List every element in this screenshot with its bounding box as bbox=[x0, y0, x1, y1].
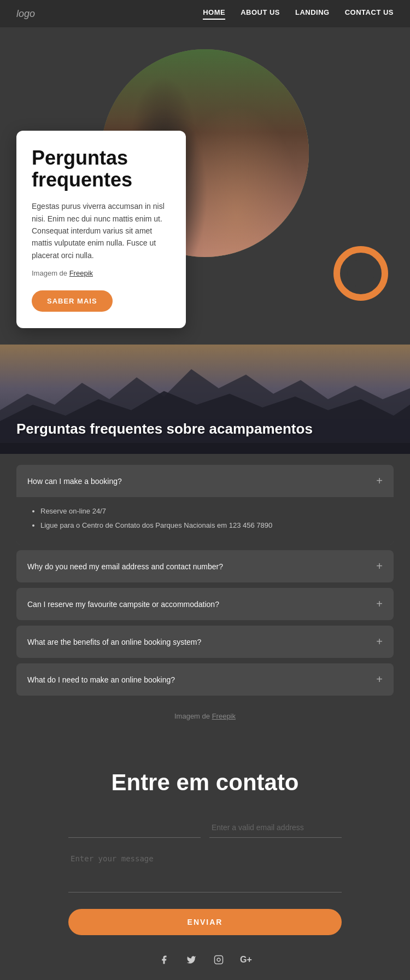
navbar: logo HOME ABOUT US LANDING CONTACT US bbox=[0, 0, 410, 27]
form-name-email-row bbox=[68, 818, 342, 838]
faq-header-4[interactable]: What are the benefits of an online booki… bbox=[16, 626, 394, 658]
mountain-section: Perguntas frequentes sobre acampamentos bbox=[0, 345, 410, 454]
email-input[interactable] bbox=[209, 818, 342, 838]
faq-question-3: Can I reserve my favourite campsite or a… bbox=[27, 600, 219, 609]
instagram-icon[interactable] bbox=[210, 952, 227, 968]
faq-question-4: What are the benefits of an online booki… bbox=[27, 638, 201, 646]
message-input[interactable] bbox=[68, 849, 342, 892]
svg-point-6 bbox=[195, 116, 237, 158]
faq-toggle-5[interactable]: + bbox=[376, 673, 383, 686]
contact-title: Entre em contato bbox=[16, 769, 394, 796]
faq-header-3[interactable]: Can I reserve my favourite campsite or a… bbox=[16, 588, 394, 620]
nav-home[interactable]: HOME bbox=[203, 8, 225, 20]
hero-description: Egestas purus viverra accumsan in nisl n… bbox=[32, 200, 171, 261]
faq-item-4: What are the benefits of an online booki… bbox=[16, 626, 394, 658]
hero-attribution-link[interactable]: Freepik bbox=[69, 269, 93, 277]
faq-question-2: Why do you need my email address and con… bbox=[27, 562, 223, 571]
svg-point-12 bbox=[180, 180, 241, 224]
submit-button[interactable]: ENVIAR bbox=[68, 909, 342, 935]
svg-marker-1 bbox=[178, 93, 287, 202]
nav-about[interactable]: ABOUT US bbox=[241, 8, 280, 20]
nav-logo: logo bbox=[16, 8, 35, 20]
decorative-ring bbox=[333, 246, 388, 301]
faq-section: How can I make a booking? + Reserve on-l… bbox=[0, 454, 410, 742]
faq-toggle-3[interactable]: + bbox=[376, 598, 383, 610]
svg-rect-9 bbox=[221, 130, 232, 163]
svg-point-7 bbox=[194, 119, 238, 141]
faq-item-3: Can I reserve my favourite campsite or a… bbox=[16, 588, 394, 620]
svg-marker-2 bbox=[210, 93, 271, 202]
hero-cta-button[interactable]: SABER MAIS bbox=[32, 290, 113, 312]
hero-section: Perguntas frequentes Egestas purus viver… bbox=[0, 27, 410, 345]
faq-toggle-2[interactable]: + bbox=[376, 560, 383, 573]
faq-attribution-link[interactable]: Freepik bbox=[212, 712, 236, 720]
contact-form: ENVIAR bbox=[68, 818, 342, 952]
faq-question-1: How can I make a booking? bbox=[27, 477, 122, 486]
faq-toggle-4[interactable]: + bbox=[376, 635, 383, 648]
nav-contact[interactable]: CONTACT US bbox=[345, 8, 394, 20]
facebook-icon[interactable] bbox=[156, 952, 172, 968]
mountain-title: Perguntas frequentes sobre acampamentos bbox=[0, 421, 329, 443]
faq-answer-1-1: Reserve on-line 24/7 bbox=[40, 506, 380, 517]
faq-body-1: Reserve on-line 24/7 Ligue para o Centro… bbox=[16, 497, 394, 545]
nav-links: HOME ABOUT US LANDING CONTACT US bbox=[203, 8, 394, 20]
svg-rect-16 bbox=[0, 443, 410, 454]
name-input[interactable] bbox=[68, 818, 201, 838]
decorative-ring-inner bbox=[347, 260, 374, 287]
faq-answer-1-2: Ligue para o Centro de Contato dos Parqu… bbox=[40, 520, 380, 531]
faq-header-5[interactable]: What do I need to make an online booking… bbox=[16, 663, 394, 696]
svg-rect-8 bbox=[194, 130, 205, 163]
hero-title: Perguntas frequentes bbox=[32, 147, 171, 190]
googleplus-icon[interactable]: G+ bbox=[238, 952, 254, 968]
faq-item-2: Why do you need my email address and con… bbox=[16, 550, 394, 582]
svg-point-10 bbox=[209, 135, 222, 144]
faq-header-2[interactable]: Why do you need my email address and con… bbox=[16, 550, 394, 582]
svg-point-5 bbox=[186, 131, 246, 208]
faq-attribution: Imagem de Freepik bbox=[16, 701, 394, 726]
twitter-icon[interactable] bbox=[183, 952, 200, 968]
faq-header-1[interactable]: How can I make a booking? + bbox=[16, 465, 394, 497]
hero-attribution: Imagem de Freepik bbox=[32, 268, 171, 279]
faq-item-5: What do I need to make an online booking… bbox=[16, 663, 394, 696]
svg-rect-17 bbox=[215, 956, 223, 964]
svg-point-11 bbox=[178, 159, 243, 213]
faq-question-5: What do I need to make an online booking… bbox=[27, 675, 175, 684]
social-icons: G+ bbox=[16, 952, 394, 968]
faq-item-1: How can I make a booking? + Reserve on-l… bbox=[16, 465, 394, 545]
nav-landing[interactable]: LANDING bbox=[295, 8, 330, 20]
hero-card: Perguntas frequentes Egestas purus viver… bbox=[16, 131, 186, 328]
contact-section: Entre em contato ENVIAR G+ bbox=[0, 742, 410, 980]
faq-toggle-1[interactable]: + bbox=[376, 475, 383, 487]
